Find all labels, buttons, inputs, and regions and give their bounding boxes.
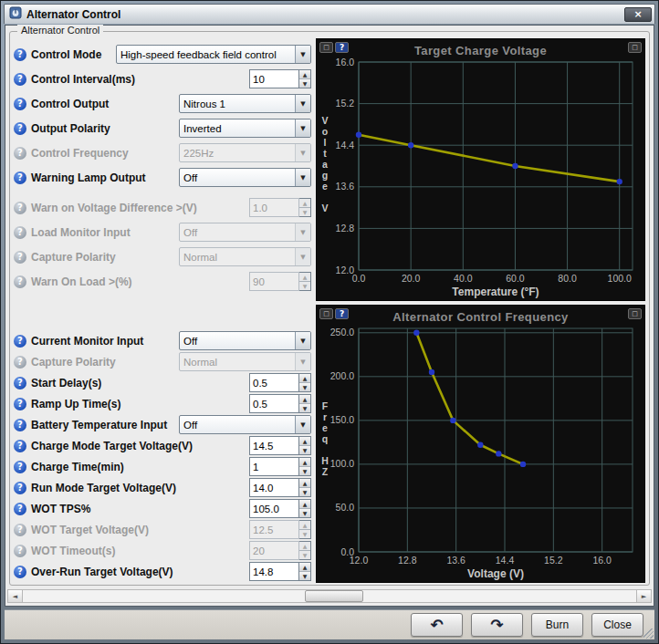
spinner-wot-target-voltage-v: 12.5▲▼ [249,520,311,539]
spinner-up-button[interactable]: ▲ [299,479,310,488]
help-icon[interactable]: ? [14,377,26,390]
spinner-down-button[interactable]: ▼ [299,383,310,391]
svg-text:14.4: 14.4 [496,555,515,566]
field-label: Control Mode [31,48,101,61]
combo-control-mode[interactable]: High-speed feedback field control▼ [116,45,311,64]
burn-button[interactable]: Burn [531,613,583,637]
chart-canvas[interactable]: 12.012.813.614.415.216.0250.0200.0150.01… [317,306,644,582]
spinner-down-button[interactable]: ▼ [299,488,310,496]
form-row: ?WOT TPS%105.0▲▼ [14,498,311,519]
close-button[interactable]: Close [591,613,643,637]
resize-grip[interactable] [643,628,654,639]
spinner-charge-mode-target-voltage-v: 14.5▲▼ [249,436,311,455]
help-icon: ? [14,545,26,557]
close-window-button[interactable]: × [624,7,652,22]
spinner-value[interactable]: 14.0 [249,478,299,497]
horizontal-scrollbar[interactable]: ◄ ► [7,589,652,603]
help-icon[interactable]: ? [14,482,26,494]
group-layout: ?Control ModeHigh-speed feedback field c… [14,38,645,583]
help-icon[interactable]: ? [14,503,26,515]
svg-text:15.2: 15.2 [544,555,563,566]
undo-button[interactable]: ↶ [411,613,463,637]
spinner-value[interactable]: 14.5 [249,436,299,455]
form-row: ?Output PolarityInverted▼ [14,116,311,140]
spinner-up-button[interactable]: ▲ [299,500,310,509]
combo-control-output[interactable]: Nitrous 1▼ [179,94,311,113]
chart-canvas[interactable]: 0.020.040.060.080.0100.016.015.214.413.6… [317,39,644,300]
form-row: ?Control Frequency225Hz▼ [14,140,311,165]
field-label: Battery Temperature Input [31,419,167,431]
svg-text:Voltage (V): Voltage (V) [467,567,524,580]
redo-button[interactable]: ↷ [471,613,523,637]
spinner-value[interactable]: 0.5 [249,394,299,413]
dialog-body: Alternator Control ?Control ModeHigh-spe… [5,25,654,607]
chevron-down-icon: ▼ [295,223,310,241]
spinner-value[interactable]: 10 [249,69,299,88]
spinner-value[interactable]: 105.0 [249,499,299,518]
field-label: Capture Polarity [31,251,116,264]
svg-text:0.0: 0.0 [340,546,354,557]
chart-title: Target Charge Voltage [317,44,644,57]
combo-current-monitor-input[interactable]: Off▼ [179,331,311,350]
combo-battery-temperature-input[interactable]: Off▼ [179,415,311,434]
help-icon[interactable]: ? [14,98,26,110]
spinner-down-button: ▼ [299,282,310,290]
groupbox-title: Alternator Control [17,25,103,36]
scroll-track[interactable] [23,590,636,602]
spinner-down-button[interactable]: ▼ [299,467,310,475]
help-icon[interactable]: ? [14,440,26,452]
spinner-down-button[interactable]: ▼ [299,79,310,88]
svg-text:13.6: 13.6 [446,555,465,566]
help-icon[interactable]: ? [14,398,26,410]
chevron-down-icon: ▼ [295,144,310,161]
field-label: Control Output [31,98,109,110]
help-icon[interactable]: ? [14,419,26,431]
spinner-value[interactable]: 0.5 [249,373,299,392]
svg-text:t: t [323,148,327,159]
combo-warning-lamp-output[interactable]: Off▼ [179,168,311,187]
svg-text:40.0: 40.0 [454,273,473,284]
svg-text:V: V [321,115,328,126]
charts-panel: 0.020.040.060.080.0100.016.015.214.413.6… [316,38,645,583]
help-icon[interactable]: ? [14,48,26,61]
spinner-over-run-target-voltage-v: 14.8▲▼ [249,562,311,581]
scroll-right-button[interactable]: ► [636,590,651,602]
spinner-up-button[interactable]: ▲ [299,437,310,446]
help-icon[interactable]: ? [14,73,26,86]
undo-icon: ↶ [430,618,443,633]
spinner-up-button[interactable]: ▲ [299,374,310,383]
field-label: WOT Target Voltage(V) [31,524,149,536]
chevron-down-icon: ▼ [295,332,310,349]
field-label: Warn on Voltage Difference >(V) [31,202,197,214]
scroll-thumb[interactable] [305,590,363,602]
help-icon[interactable]: ? [14,335,26,348]
svg-text:o: o [322,126,328,137]
combo-output-polarity[interactable]: Inverted▼ [179,119,311,138]
chevron-down-icon: ▼ [295,95,310,112]
form-row: ?Control OutputNitrous 1▼ [14,91,311,116]
spinner-down-button[interactable]: ▼ [299,572,310,580]
spinner-up-button[interactable]: ▲ [299,395,310,404]
spinner-up-button: ▲ [299,273,310,282]
spinner-up-button[interactable]: ▲ [299,70,310,79]
spinner-up-button[interactable]: ▲ [299,563,310,572]
svg-text:200.0: 200.0 [330,370,354,381]
form-row: ?WOT Timeout(s)20▲▼ [14,540,311,561]
help-icon[interactable]: ? [14,122,26,135]
spinner-up-button[interactable]: ▲ [299,458,310,467]
scroll-left-button[interactable]: ◄ [8,590,23,602]
svg-text:20.0: 20.0 [402,273,421,284]
spinner-down-button[interactable]: ▼ [299,509,310,517]
spinner-value[interactable]: 14.8 [249,562,299,581]
help-icon[interactable]: ? [14,461,26,473]
svg-text:e: e [322,181,328,192]
chevron-down-icon: ▼ [295,353,310,370]
spinner-down-button[interactable]: ▼ [299,446,310,454]
spinner-value[interactable]: 1 [249,457,299,476]
combo-value: High-speed feedback field control [117,49,295,60]
help-icon[interactable]: ? [14,171,26,184]
titlebar[interactable]: Alternator Control × [4,4,655,24]
field-label: Control Frequency [31,147,129,160]
help-icon[interactable]: ? [14,566,26,578]
spinner-down-button[interactable]: ▼ [299,404,310,412]
